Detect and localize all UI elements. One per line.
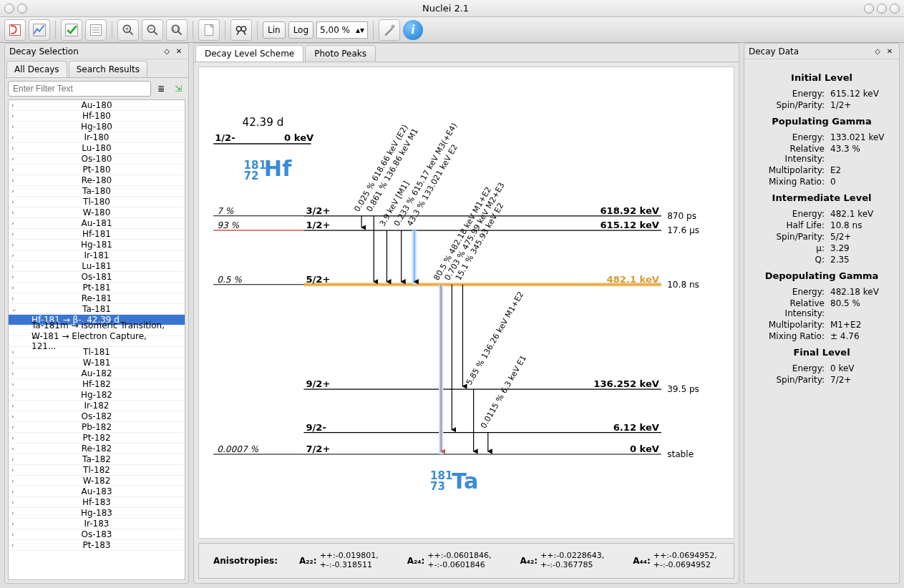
svg-line-11: [154, 31, 157, 34]
tree-item[interactable]: ›Tl-181: [9, 347, 185, 358]
page-button[interactable]: [198, 19, 220, 41]
section-heading: Initial Level: [752, 72, 892, 83]
data-row: Energy:482.1 keV: [752, 209, 892, 219]
tree-item[interactable]: ›Au-181: [9, 218, 185, 229]
window-title: Nuclei 2.1: [27, 3, 864, 14]
zoom-in-button[interactable]: [117, 19, 139, 41]
svg-point-17: [236, 26, 241, 31]
tree-item[interactable]: ›Pt-182: [9, 433, 185, 444]
collapse-all-icon[interactable]: ⇲: [171, 82, 185, 96]
tree-item[interactable]: ›Hf-181: [9, 229, 185, 240]
decay-scheme-view[interactable]: 42.39 d1/2-0 keV18172Hf3/2+618.92 keV870…: [198, 67, 734, 539]
svg-text:stable: stable: [667, 449, 694, 459]
export-pdf-button[interactable]: [4, 19, 26, 41]
data-row: Spin/Parity:7/2+: [752, 375, 892, 385]
tab-photo-peaks[interactable]: Photo Peaks: [305, 45, 376, 62]
svg-text:1/2+: 1/2+: [306, 220, 330, 230]
svg-text:870 ps: 870 ps: [667, 211, 696, 221]
svg-text:7/2+: 7/2+: [306, 444, 330, 454]
tree-item[interactable]: ›Os-180: [9, 154, 185, 165]
section-heading: Intermediate Level: [752, 192, 892, 203]
data-row: Energy:482.18 keV: [752, 287, 892, 297]
tree-item[interactable]: ›Os-182: [9, 411, 185, 422]
tree-item[interactable]: ›Tl-182: [9, 465, 185, 476]
tree-item[interactable]: ›Os-181: [9, 272, 185, 283]
tree-item[interactable]: ›Ta-180: [9, 186, 185, 197]
tree-item[interactable]: ›Hg-180: [9, 122, 185, 132]
check-button[interactable]: [61, 19, 82, 41]
svg-text:0 keV: 0 keV: [630, 444, 660, 454]
nuclide-tree[interactable]: ›Au-180›Hf-180›Hg-180›Ir-180›Lu-180›Os-1…: [8, 99, 185, 580]
titlebar: Nuclei 2.1: [0, 0, 904, 17]
undock-icon[interactable]: ◇: [162, 46, 172, 57]
tree-item[interactable]: ›Pt-181: [9, 283, 185, 293]
linear-scale-button[interactable]: Lin: [263, 21, 286, 39]
svg-text:9/2-: 9/2-: [306, 422, 326, 433]
zoom-out-button[interactable]: [142, 19, 163, 41]
tree-child-item[interactable]: W-181 → Electron Capture, 121...: [9, 336, 185, 347]
tree-item[interactable]: ›Hf-180: [9, 111, 185, 122]
tree-item[interactable]: ›Tl-180: [9, 197, 185, 207]
maximize-button[interactable]: [877, 4, 887, 14]
tree-item[interactable]: ›Re-180: [9, 175, 185, 186]
tree-item[interactable]: ›Ir-181: [9, 250, 185, 261]
svg-text:136.252 keV: 136.252 keV: [593, 378, 660, 389]
close-panel-icon[interactable]: ✕: [174, 46, 184, 57]
svg-text:0.703 % 475.99 keV M2+E3: 0.703 % 475.99 keV M2+E3: [443, 181, 507, 282]
tree-item[interactable]: ›Lu-181: [9, 261, 185, 272]
tab-search-results[interactable]: Search Results: [69, 61, 147, 77]
tree-item[interactable]: ›Au-180: [9, 100, 185, 111]
tree-item[interactable]: ›Ir-182: [9, 401, 185, 411]
tree-item[interactable]: ›W-180: [9, 207, 185, 218]
tab-decay-scheme[interactable]: Decay Level Scheme: [195, 45, 303, 62]
tree-item[interactable]: ›Pb-182: [9, 422, 185, 433]
svg-text:6.12 keV: 6.12 keV: [613, 422, 660, 433]
anisotropy-item: A₂₂:++:-0.019801,+-:-0.318511: [299, 552, 379, 569]
list-button[interactable]: [85, 19, 107, 41]
search-button[interactable]: [230, 19, 252, 41]
close-right-icon[interactable]: ✕: [885, 46, 895, 57]
tree-item[interactable]: ›Hg-183: [9, 508, 185, 519]
tree-item[interactable]: ›W-182: [9, 476, 185, 486]
tree-item[interactable]: ›Os-183: [9, 529, 185, 540]
svg-text:7 %: 7 %: [217, 206, 234, 216]
filter-input[interactable]: [8, 81, 151, 97]
data-row: Spin/Parity:1/2+: [752, 100, 892, 110]
zoom-fit-button[interactable]: 1:1: [166, 19, 188, 41]
tree-item[interactable]: ›Pt-180: [9, 165, 185, 175]
svg-text:482.1 keV: 482.1 keV: [607, 274, 660, 285]
tree-item[interactable]: ›Hg-181: [9, 240, 185, 250]
tree-item[interactable]: ›Lu-180: [9, 143, 185, 154]
svg-text:615.12 keV: 615.12 keV: [600, 220, 659, 230]
tree-item[interactable]: ›Ir-183: [9, 519, 185, 529]
settings-button[interactable]: [379, 19, 400, 41]
tree-item[interactable]: ›Hf-182: [9, 379, 185, 390]
tree-item[interactable]: ›Ta-182: [9, 454, 185, 465]
tab-all-decays[interactable]: All Decays: [6, 61, 67, 77]
sticky-button[interactable]: [17, 4, 27, 14]
tree-item[interactable]: ›Hg-182: [9, 390, 185, 401]
tree-item[interactable]: ›Re-182: [9, 444, 185, 454]
anisotropy-item: A₄₄:++:-0.0694952,+-:-0.0694952: [633, 552, 717, 569]
tree-item[interactable]: ⌄Ta-181: [9, 304, 185, 315]
log-scale-button[interactable]: Log: [288, 21, 314, 39]
tree-item[interactable]: ›Pt-183: [9, 540, 185, 551]
tree-item[interactable]: ›Au-183: [9, 486, 185, 497]
intensity-threshold-input[interactable]: 5,00 %▴▾: [316, 21, 368, 39]
svg-text:9/2+: 9/2+: [306, 378, 330, 389]
svg-text:Ta: Ta: [452, 469, 478, 494]
section-heading: Populating Gamma: [752, 116, 892, 127]
close-button[interactable]: [890, 4, 900, 14]
tree-item[interactable]: ›Hf-183: [9, 497, 185, 508]
info-button[interactable]: i: [403, 20, 423, 40]
expand-all-icon[interactable]: ≣: [154, 82, 168, 96]
app-menu-button[interactable]: [4, 4, 14, 14]
export-svg-button[interactable]: [29, 19, 50, 41]
tree-item[interactable]: ›W-181: [9, 358, 185, 368]
svg-text:0 keV: 0 keV: [284, 132, 314, 143]
tree-item[interactable]: ›Au-182: [9, 368, 185, 379]
tree-item[interactable]: ›Ir-180: [9, 132, 185, 143]
minimize-button[interactable]: [864, 4, 874, 14]
tree-item[interactable]: ›Re-181: [9, 293, 185, 304]
undock-right-icon[interactable]: ◇: [873, 46, 883, 57]
